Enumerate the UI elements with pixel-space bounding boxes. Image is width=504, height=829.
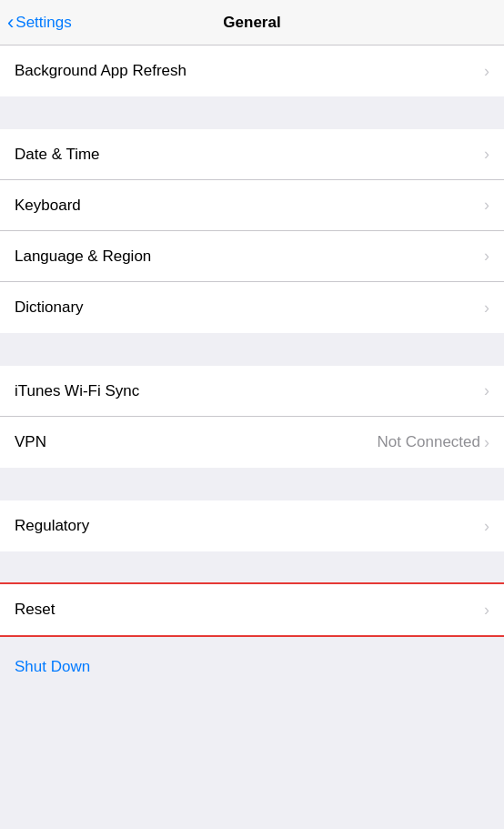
row-label-background-app-refresh: Background App Refresh [15,62,186,80]
row-language-region[interactable]: Language & Region › [0,231,504,282]
separator-5 [0,635,504,644]
settings-list-vpn: iTunes Wi-Fi Sync › VPN Not Connected › [0,366,504,468]
settings-list-regulatory: Regulatory › [0,500,504,551]
back-chevron-icon: ‹ [7,13,14,33]
row-right-regulatory: › [484,517,489,536]
row-label-date-time: Date & Time [15,146,100,164]
row-right-background-app-refresh: › [484,62,489,81]
chevron-right-icon: › [484,196,489,215]
row-right-reset: › [484,601,489,620]
row-date-time[interactable]: Date & Time › [0,129,504,180]
chevron-right-icon: › [484,145,489,164]
vpn-status-value: Not Connected [378,433,480,451]
row-label-language-region: Language & Region [15,248,151,266]
chevron-right-icon: › [484,517,489,536]
row-background-app-refresh[interactable]: Background App Refresh › [0,45,504,96]
back-button[interactable]: ‹ Settings [7,13,72,33]
row-reset[interactable]: Reset › [0,584,504,635]
section-group-regulatory: Regulatory › [0,500,504,551]
row-label-itunes-wifi-sync: iTunes Wi-Fi Sync [15,382,139,400]
row-label-dictionary: Dictionary [15,298,84,317]
section-group-vpn: iTunes Wi-Fi Sync › VPN Not Connected › [0,366,504,468]
row-itunes-wifi-sync[interactable]: iTunes Wi-Fi Sync › [0,366,504,417]
row-right-keyboard: › [484,196,489,215]
row-keyboard[interactable]: Keyboard › [0,180,504,231]
separator-3 [0,468,504,500]
row-regulatory[interactable]: Regulatory › [0,500,504,551]
chevron-right-icon: › [484,247,489,266]
chevron-right-icon: › [484,601,489,620]
section-group-top: Background App Refresh › [0,45,504,96]
row-vpn[interactable]: VPN Not Connected › [0,417,504,468]
settings-list-reset: Reset › [0,584,504,635]
row-label-keyboard: Keyboard [15,197,81,215]
row-right-date-time: › [484,145,489,164]
separator-2 [0,333,504,366]
row-label-regulatory: Regulatory [15,517,89,535]
row-label-reset: Reset [15,601,55,619]
separator-1 [0,96,504,129]
page-title: General [223,14,280,32]
section-group-datetime: Date & Time › Keyboard › Language & Regi… [0,129,504,333]
row-right-itunes-wifi-sync: › [484,381,489,400]
chevron-right-icon: › [484,433,489,452]
row-shut-down[interactable]: Shut Down [0,644,504,690]
chevron-right-icon: › [484,62,489,81]
row-right-language-region: › [484,247,489,266]
row-right-dictionary: › [484,298,489,318]
row-right-vpn: Not Connected › [378,433,489,452]
row-dictionary[interactable]: Dictionary › [0,282,504,333]
chevron-right-icon: › [484,381,489,400]
chevron-right-icon: › [484,298,489,318]
separator-4 [0,551,504,584]
row-label-vpn: VPN [15,433,46,451]
shutdown-label: Shut Down [15,658,90,676]
reset-section-wrapper: Reset › [0,584,504,635]
settings-list-datetime: Date & Time › Keyboard › Language & Regi… [0,129,504,333]
navigation-header: ‹ Settings General [0,0,504,45]
settings-list-top: Background App Refresh › [0,45,504,96]
back-label: Settings [15,14,71,32]
